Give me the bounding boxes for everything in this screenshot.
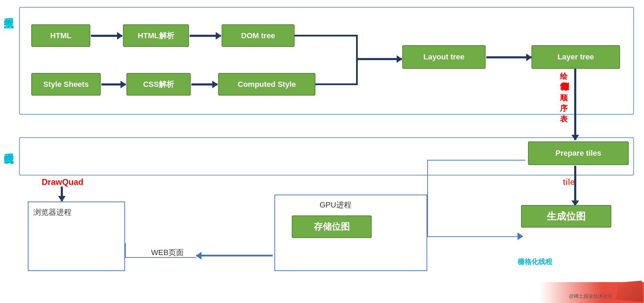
draw-quad-text: DrawQuad xyxy=(42,177,83,187)
raster-thread-label: 栅格化线程 xyxy=(518,257,552,267)
html-parse-box: HTML解析 xyxy=(123,24,189,47)
browser-process-label: 浏览器进程 xyxy=(28,202,124,222)
prepare-tiles-label: Prepare tiles xyxy=(555,149,601,158)
html-label: HTML xyxy=(50,31,71,40)
computed-style-label: Computed Style xyxy=(238,80,296,89)
layout-tree-box: Layout tree xyxy=(402,45,486,69)
arrow-parse-to-dom xyxy=(190,35,221,37)
computed-right-line xyxy=(315,83,357,85)
watermark: @稀土掘金技术社区 xyxy=(569,293,613,300)
arrow-layout-to-layer xyxy=(486,56,531,58)
layer-tree-label: Layer tree xyxy=(558,52,594,62)
gpu-right-h-top xyxy=(427,160,428,216)
gpu-top-h xyxy=(427,160,525,161)
arrow-css-to-computed xyxy=(191,83,217,85)
arrow-to-generate xyxy=(518,232,523,240)
html-parse-label: HTML解析 xyxy=(138,31,174,41)
draw-quad-label: DrawQuad xyxy=(42,177,83,187)
arrow-layer-to-prepare xyxy=(574,69,576,140)
generate-bitmap-box: 生成位图 xyxy=(521,205,611,228)
draw-order-vertical: 绘制顺序表 xyxy=(560,71,568,125)
gpu-to-generate-h xyxy=(427,236,523,237)
arrow-prepare-to-generate xyxy=(574,166,576,206)
gpu-process-label: GPU进程 xyxy=(320,200,352,210)
arrow-gpu-to-web xyxy=(196,255,273,256)
arrow-merge-to-layout xyxy=(357,58,402,60)
prepare-tiles-box: Prepare tiles xyxy=(528,141,629,165)
tile-label: tile xyxy=(563,177,575,187)
style-sheets-label: Style Sheets xyxy=(43,80,89,89)
computed-style-box: Computed Style xyxy=(218,73,315,96)
css-parse-label: CSS解析 xyxy=(143,79,174,90)
arrow-drawquad-down xyxy=(61,187,63,201)
dom-tree-label: DOM tree xyxy=(241,31,275,40)
generate-bitmap-label: 生成位图 xyxy=(547,210,586,223)
layer-tree-box: Layer tree xyxy=(531,45,620,69)
css-parse-box: CSS解析 xyxy=(126,73,191,96)
tile-text: tile xyxy=(563,177,575,187)
style-sheets-box: Style Sheets xyxy=(31,73,101,96)
web-page-label: WEB页面 xyxy=(151,247,184,258)
dom-down-line xyxy=(356,35,358,70)
store-bitmap-box: 存储位图 xyxy=(292,215,372,238)
store-bitmap-label: 存储位图 xyxy=(314,221,350,233)
red-3d-decoration xyxy=(616,281,643,302)
browser-to-web-v xyxy=(125,243,126,257)
browser-process-box: 浏览器进程 xyxy=(28,202,125,271)
main-container: 主线程 合成线程 HTML HTML解析 DOM tree Style Shee… xyxy=(0,0,644,303)
html-box: HTML xyxy=(31,24,90,47)
arrow-ss-to-css xyxy=(101,83,126,85)
arrow-html-to-parse xyxy=(91,35,122,37)
gpu-right-v xyxy=(427,215,428,237)
dom-right-line xyxy=(295,35,357,36)
dom-tree-box: DOM tree xyxy=(222,24,295,47)
computed-up-line xyxy=(356,68,358,85)
layout-tree-label: Layout tree xyxy=(423,52,465,62)
